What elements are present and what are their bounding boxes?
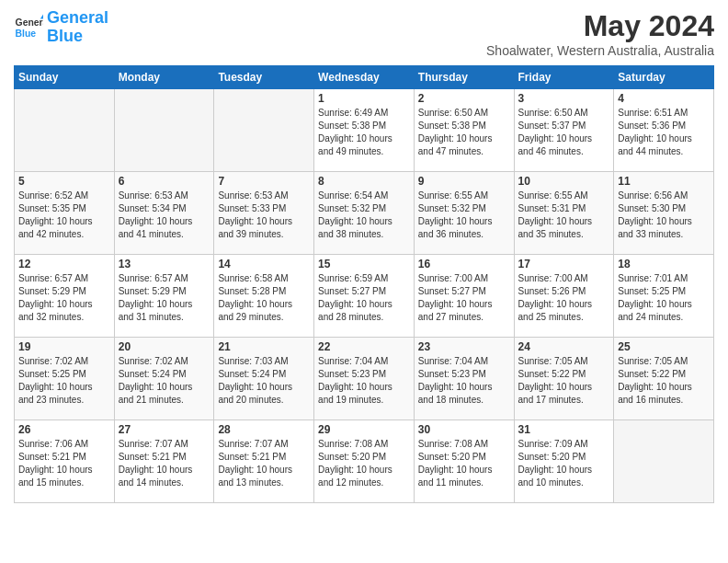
weekday-header: Wednesday	[314, 66, 415, 89]
day-number: 25	[618, 340, 710, 353]
sunset: Sunset: 5:23 PM	[318, 369, 386, 379]
day-info: Sunrise: 7:01 AMSunset: 5:25 PMDaylight:…	[618, 272, 710, 324]
daylight: Daylight: 10 hours and 10 minutes.	[518, 465, 593, 488]
day-info: Sunrise: 6:55 AMSunset: 5:31 PMDaylight:…	[518, 190, 610, 241]
sunrise: Sunrise: 6:58 AM	[218, 273, 288, 283]
sunrise: Sunrise: 7:06 AM	[18, 439, 88, 449]
calendar-day-cell: 24Sunrise: 7:05 AMSunset: 5:22 PMDayligh…	[514, 338, 614, 420]
calendar-day-cell: 1Sunrise: 6:49 AMSunset: 5:38 PMDaylight…	[314, 89, 415, 172]
sunrise: Sunrise: 6:59 AM	[318, 273, 388, 283]
day-number: 17	[518, 258, 610, 270]
day-info: Sunrise: 7:08 AMSunset: 5:20 PMDaylight:…	[418, 438, 510, 489]
daylight: Daylight: 10 hours and 47 minutes.	[418, 133, 493, 156]
sunrise: Sunrise: 7:08 AM	[418, 439, 488, 449]
day-info: Sunrise: 7:09 AMSunset: 5:20 PMDaylight:…	[518, 438, 610, 489]
daylight: Daylight: 10 hours and 28 minutes.	[318, 299, 392, 322]
day-info: Sunrise: 7:06 AMSunset: 5:21 PMDaylight:…	[18, 438, 110, 489]
calendar-week-row: 12Sunrise: 6:57 AMSunset: 5:29 PMDayligh…	[15, 255, 714, 338]
sunrise: Sunrise: 7:05 AM	[518, 356, 588, 366]
day-number: 29	[318, 423, 410, 436]
sunset: Sunset: 5:33 PM	[218, 203, 286, 213]
calendar-week-row: 26Sunrise: 7:06 AMSunset: 5:21 PMDayligh…	[15, 420, 714, 503]
day-number: 3	[518, 92, 610, 105]
daylight: Daylight: 10 hours and 24 minutes.	[618, 299, 692, 322]
sunrise: Sunrise: 7:04 AM	[318, 356, 388, 366]
day-info: Sunrise: 6:59 AMSunset: 5:27 PMDaylight:…	[318, 272, 410, 324]
sunrise: Sunrise: 6:50 AM	[418, 108, 488, 118]
day-number: 15	[318, 258, 410, 270]
daylight: Daylight: 10 hours and 27 minutes.	[418, 299, 493, 322]
calendar-week-row: 1Sunrise: 6:49 AMSunset: 5:38 PMDaylight…	[15, 89, 714, 172]
day-number: 26	[18, 423, 110, 436]
day-info: Sunrise: 6:56 AMSunset: 5:30 PMDaylight:…	[618, 190, 710, 241]
day-info: Sunrise: 6:50 AMSunset: 5:38 PMDaylight:…	[418, 107, 510, 158]
day-number: 4	[618, 92, 710, 105]
daylight: Daylight: 10 hours and 42 minutes.	[18, 216, 93, 239]
sunrise: Sunrise: 7:02 AM	[18, 356, 88, 366]
page-header: General Blue General Blue May 2024 Shoal…	[14, 9, 714, 58]
day-info: Sunrise: 7:00 AMSunset: 5:27 PMDaylight:…	[418, 272, 510, 324]
sunrise: Sunrise: 7:08 AM	[318, 439, 388, 449]
daylight: Daylight: 10 hours and 13 minutes.	[218, 465, 292, 488]
sunset: Sunset: 5:23 PM	[418, 369, 486, 379]
logo-text: General Blue	[47, 9, 108, 46]
day-number: 8	[318, 175, 410, 188]
day-number: 31	[518, 423, 610, 436]
day-info: Sunrise: 6:55 AMSunset: 5:32 PMDaylight:…	[418, 190, 510, 241]
day-number: 18	[618, 258, 710, 270]
daylight: Daylight: 10 hours and 19 minutes.	[318, 382, 392, 405]
calendar-day-cell: 15Sunrise: 6:59 AMSunset: 5:27 PMDayligh…	[314, 255, 415, 338]
svg-text:General: General	[16, 17, 43, 28]
daylight: Daylight: 10 hours and 31 minutes.	[119, 299, 193, 322]
sunrise: Sunrise: 7:01 AM	[618, 273, 688, 283]
day-number: 21	[218, 340, 310, 353]
logo: General Blue General Blue	[14, 9, 108, 46]
sunset: Sunset: 5:38 PM	[318, 121, 386, 131]
daylight: Daylight: 10 hours and 36 minutes.	[418, 216, 493, 239]
day-info: Sunrise: 7:03 AMSunset: 5:24 PMDaylight:…	[218, 355, 310, 407]
sunset: Sunset: 5:21 PM	[119, 452, 187, 462]
day-info: Sunrise: 7:07 AMSunset: 5:21 PMDaylight:…	[119, 438, 210, 489]
day-info: Sunrise: 6:53 AMSunset: 5:33 PMDaylight:…	[218, 190, 310, 241]
sunset: Sunset: 5:27 PM	[318, 286, 386, 296]
day-number: 6	[119, 175, 210, 188]
calendar-day-cell: 18Sunrise: 7:01 AMSunset: 5:25 PMDayligh…	[614, 255, 714, 338]
sunrise: Sunrise: 6:52 AM	[18, 190, 88, 201]
sunrise: Sunrise: 7:04 AM	[418, 356, 488, 366]
day-number: 24	[518, 340, 610, 353]
sunrise: Sunrise: 7:00 AM	[418, 273, 488, 283]
logo-blue: Blue	[47, 27, 83, 45]
sunset: Sunset: 5:24 PM	[218, 369, 286, 379]
day-info: Sunrise: 6:50 AMSunset: 5:37 PMDaylight:…	[518, 107, 610, 158]
weekday-header: Saturday	[614, 66, 714, 89]
day-info: Sunrise: 6:51 AMSunset: 5:36 PMDaylight:…	[618, 107, 710, 158]
sunset: Sunset: 5:20 PM	[318, 452, 386, 462]
sunrise: Sunrise: 6:57 AM	[18, 273, 88, 283]
daylight: Daylight: 10 hours and 32 minutes.	[18, 299, 93, 322]
calendar-day-cell	[114, 89, 214, 172]
sunset: Sunset: 5:37 PM	[518, 121, 586, 131]
weekday-header: Thursday	[414, 66, 514, 89]
weekday-header: Sunday	[15, 66, 115, 89]
calendar-day-cell: 9Sunrise: 6:55 AMSunset: 5:32 PMDaylight…	[414, 172, 514, 255]
svg-text:Blue: Blue	[16, 28, 37, 38]
sunset: Sunset: 5:38 PM	[418, 121, 486, 131]
calendar-day-cell: 25Sunrise: 7:05 AMSunset: 5:22 PMDayligh…	[614, 338, 714, 420]
calendar-day-cell: 31Sunrise: 7:09 AMSunset: 5:20 PMDayligh…	[514, 420, 614, 503]
day-info: Sunrise: 6:58 AMSunset: 5:28 PMDaylight:…	[218, 272, 310, 324]
calendar-day-cell: 26Sunrise: 7:06 AMSunset: 5:21 PMDayligh…	[15, 420, 115, 503]
day-number: 11	[618, 175, 710, 188]
sunset: Sunset: 5:32 PM	[418, 203, 486, 213]
title-area: May 2024 Shoalwater, Western Australia, …	[486, 9, 714, 58]
day-info: Sunrise: 7:05 AMSunset: 5:22 PMDaylight:…	[518, 355, 610, 407]
sunset: Sunset: 5:20 PM	[418, 452, 486, 462]
calendar-day-cell: 11Sunrise: 6:56 AMSunset: 5:30 PMDayligh…	[614, 172, 714, 255]
daylight: Daylight: 10 hours and 17 minutes.	[518, 382, 593, 405]
sunrise: Sunrise: 6:50 AM	[518, 108, 588, 118]
daylight: Daylight: 10 hours and 12 minutes.	[318, 465, 392, 488]
day-info: Sunrise: 6:54 AMSunset: 5:32 PMDaylight:…	[318, 190, 410, 241]
weekday-header-row: SundayMondayTuesdayWednesdayThursdayFrid…	[15, 66, 714, 89]
daylight: Daylight: 10 hours and 15 minutes.	[18, 465, 93, 488]
day-info: Sunrise: 6:52 AMSunset: 5:35 PMDaylight:…	[18, 190, 110, 241]
day-number: 9	[418, 175, 510, 188]
